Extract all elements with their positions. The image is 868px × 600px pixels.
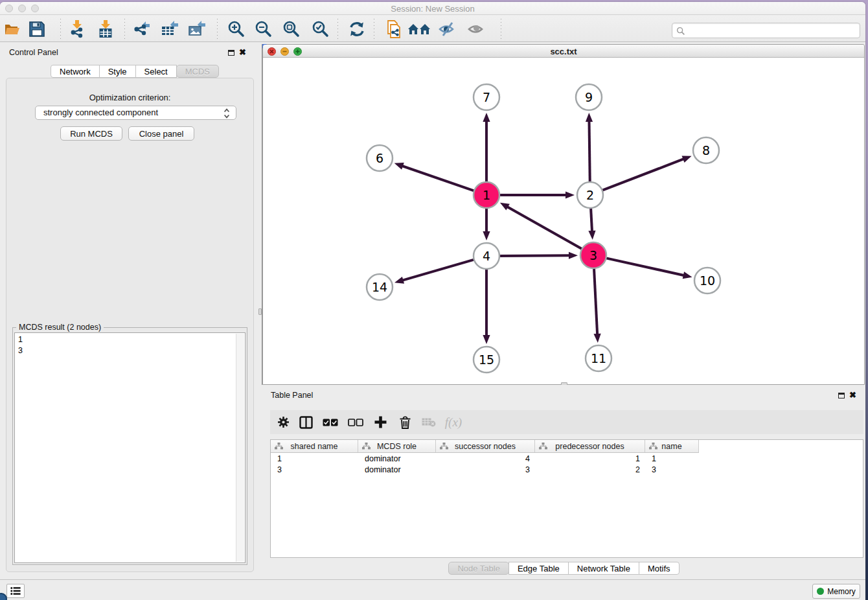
table-options-icon[interactable]	[276, 410, 290, 434]
zoom-in-icon[interactable]	[226, 16, 246, 42]
show-all-icon[interactable]	[466, 16, 486, 42]
column-header-MCDS-role[interactable]: MCDS role	[358, 440, 436, 452]
control-panel-close-icon[interactable]: ✖	[239, 49, 246, 56]
edge-arrow-2-3	[588, 231, 595, 240]
mcds-result-label: MCDS result (2 nodes)	[16, 323, 104, 332]
add-row-icon[interactable]	[372, 410, 388, 434]
edge-3-1[interactable]	[507, 207, 582, 249]
graph-node-label-15: 15	[479, 352, 494, 367]
graph-node-label-10: 10	[700, 273, 715, 288]
control-panel-tabs: NetworkStyleSelectMCDS	[51, 65, 219, 78]
select-all-icon[interactable]	[322, 410, 339, 434]
column-header-name[interactable]: name	[645, 440, 699, 452]
mcds-panel: Optimization criterion: strongly connect…	[6, 78, 254, 572]
table-cell: 1	[535, 454, 645, 465]
column-header-predecessor-nodes[interactable]: predecessor nodes	[535, 440, 645, 452]
delete-row-icon[interactable]	[397, 410, 413, 434]
zoom-selected-icon[interactable]	[310, 16, 330, 42]
edge-1-6[interactable]	[402, 166, 475, 191]
save-session-icon[interactable]	[27, 16, 47, 42]
table-tabs: Node TableEdge TableNetwork TableMotifs	[262, 562, 865, 575]
export-network-icon[interactable]	[132, 16, 152, 42]
memory-label: Memory	[827, 587, 855, 596]
hide-selected-icon[interactable]	[438, 16, 457, 42]
node-table[interactable]: shared nameMCDS rolesuccessor nodesprede…	[270, 439, 863, 558]
column-header-shared-name[interactable]: shared name	[271, 440, 358, 452]
network-window-title: scc.txt	[263, 47, 864, 56]
delete-column-icon	[420, 410, 437, 434]
graph-node-label-8: 8	[702, 143, 710, 157]
tab-network-table[interactable]: Network Table	[568, 562, 639, 575]
close-panel-button[interactable]: Close panel	[128, 126, 194, 141]
export-table-icon[interactable]	[159, 16, 180, 42]
run-mcds-button[interactable]: Run MCDS	[60, 126, 122, 141]
table-cell: dominator	[358, 465, 436, 476]
tab-style[interactable]: Style	[99, 65, 136, 78]
edge-arrow-2-8	[682, 156, 692, 162]
edge-4-14[interactable]	[402, 259, 475, 281]
refresh-icon[interactable]	[347, 16, 367, 42]
table-panel-title: Table Panel	[271, 391, 313, 400]
export-image-icon[interactable]	[187, 16, 207, 42]
tab-mcds[interactable]: MCDS	[176, 65, 219, 78]
edge-3-10[interactable]	[606, 258, 685, 275]
edge-3-11[interactable]	[594, 268, 597, 335]
graph-node-label-11: 11	[591, 351, 606, 365]
table-cell: 1	[271, 454, 358, 465]
mcds-result-scrollbar[interactable]	[236, 334, 244, 562]
function-builder-icon: f(x)	[442, 410, 465, 434]
table-row[interactable]: 3dominator323	[271, 465, 863, 476]
status-menu-button[interactable]	[6, 584, 25, 598]
table-cell: 3	[271, 465, 358, 476]
zoom-out-icon[interactable]	[253, 16, 273, 42]
first-neighbors-icon[interactable]	[407, 16, 433, 42]
graph-node-label-6: 6	[376, 151, 383, 165]
table-toolbar: f(x)	[270, 410, 863, 434]
edge-arrow-1-4	[483, 231, 490, 240]
optimization-criterion-select[interactable]: strongly connected component	[35, 106, 236, 120]
search-input[interactable]	[672, 23, 860, 38]
edge-arrow-2-9	[586, 113, 593, 122]
zoom-fit-icon[interactable]	[281, 16, 301, 42]
column-header-successor-nodes[interactable]: successor nodes	[436, 440, 535, 452]
vertical-splitter-grip[interactable]	[258, 308, 262, 315]
deselect-all-icon[interactable]	[347, 410, 364, 434]
tab-select[interactable]: Select	[135, 65, 177, 78]
tab-motifs[interactable]: Motifs	[639, 562, 680, 575]
control-panel-float-icon[interactable]	[228, 50, 234, 56]
memory-button[interactable]: Memory	[812, 584, 860, 599]
table-cell: 3	[436, 465, 535, 476]
mcds-result-textarea[interactable]: 1 3	[14, 332, 246, 563]
tab-node-table[interactable]: Node Table	[448, 562, 509, 575]
tab-edge-table[interactable]: Edge Table	[508, 562, 569, 575]
network-window-titlebar[interactable]: scc.txt	[263, 45, 864, 58]
table-cell: 1	[645, 454, 699, 465]
edge-arrow-3-10	[683, 271, 692, 279]
edge-arrow-4-14	[394, 277, 404, 284]
graph-node-label-1: 1	[483, 188, 490, 202]
list-icon	[10, 586, 21, 595]
control-panel-title: Control Panel	[9, 48, 58, 57]
table-row[interactable]: 1dominator411	[271, 454, 863, 465]
open-session-icon[interactable]	[3, 16, 22, 42]
table-panel-float-icon[interactable]	[838, 393, 845, 398]
import-network-icon[interactable]	[67, 16, 87, 42]
network-window: scc.txt 1234678910111415	[262, 44, 865, 385]
table-panel-close-icon[interactable]: ✖	[849, 392, 856, 398]
tab-network[interactable]: Network	[51, 65, 100, 78]
edge-2-9[interactable]	[589, 121, 589, 183]
edge-2-3[interactable]	[591, 207, 592, 232]
select-spinner-icon	[223, 108, 230, 123]
optimization-criterion-label: Optimization criterion:	[6, 93, 253, 102]
import-table-icon[interactable]	[96, 16, 115, 42]
edge-4-3[interactable]	[499, 255, 570, 256]
edge-2-8[interactable]	[602, 159, 685, 190]
copy-network-icon[interactable]	[382, 16, 403, 42]
edge-arrow-3-1	[500, 203, 510, 211]
search-icon	[676, 27, 685, 36]
show-columns-icon[interactable]	[298, 410, 314, 434]
edge-arrow-1-7	[483, 113, 490, 122]
table-cell: 4	[436, 454, 535, 465]
table-header: shared nameMCDS rolesuccessor nodesprede…	[271, 440, 699, 453]
network-canvas[interactable]: 1234678910111415	[263, 58, 864, 384]
